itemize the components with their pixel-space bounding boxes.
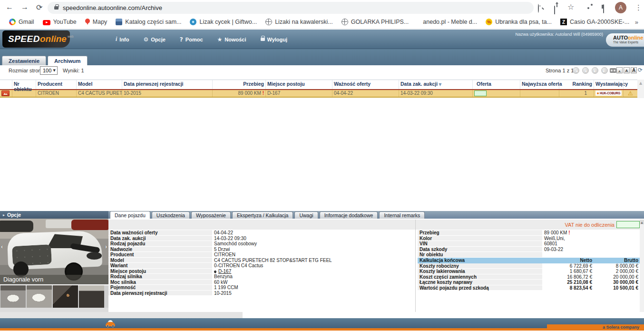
page-size-select[interactable]: 100 ▼	[40, 66, 58, 75]
column-miejsce-postoju[interactable]: Miejsce postoju	[265, 80, 332, 89]
photo-prev-icon[interactable]: ‹	[1, 243, 3, 250]
column-model[interactable]: Model	[76, 80, 122, 89]
bookmark-ubranka[interactable]: % Ubranka dla psa, ta...	[481, 19, 556, 25]
font-large-button[interactable]: A	[631, 67, 637, 73]
column-ranking[interactable]: Ranking	[559, 80, 594, 89]
export-icon[interactable]	[610, 68, 616, 73]
tab-internal-remarks[interactable]: Internal remarks	[379, 211, 425, 219]
column-icon	[0, 80, 12, 89]
bookmark-lizak[interactable]: Lizak cycek | Giftwo...	[185, 19, 261, 25]
results-grid: Nr obiektu Producent Model Data pierwsze…	[0, 80, 637, 98]
field-value: 04-04-22	[212, 230, 415, 236]
chevron-right-icon: ▸	[3, 213, 5, 217]
page-size-label: Rozmiar strony	[9, 68, 44, 73]
zoom-icon[interactable]	[538, 4, 539, 13]
tab-ekspertyza[interactable]: Ekspertyza / Kalkulacja	[232, 211, 293, 219]
bookmark-katalog[interactable]: Katalog części sam...	[111, 19, 185, 25]
font-medium-button[interactable]: A	[624, 67, 630, 73]
thumbnail-3[interactable]	[53, 285, 78, 308]
bookmark-youtube[interactable]: YouTube	[39, 19, 81, 25]
url-bar[interactable]: speedonline.autoonline.com/Archive	[48, 2, 534, 14]
bottom-scroll-area	[0, 312, 243, 318]
bookmark-anedo[interactable]: anedo.pl - Meble d...	[413, 19, 481, 25]
calc-row-value: Wartość pojazdu przed szkodą8 823,54 €10…	[418, 285, 640, 291]
maps-pin-icon	[85, 19, 90, 25]
opcje-bar[interactable]: ▸ Opcje	[0, 211, 108, 219]
detail-scrollbar[interactable]: ▲	[640, 220, 644, 312]
nav-pomoc[interactable]: ? Pomoc	[180, 36, 203, 43]
profile-avatar[interactable]: A	[615, 2, 626, 13]
field-value: 09-03-22	[542, 247, 640, 252]
back-icon[interactable]: ←	[6, 3, 13, 11]
nav-nowosci[interactable]: ★ Nowości	[217, 36, 246, 43]
font-small-button[interactable]: A	[616, 67, 623, 73]
offer-input[interactable]	[474, 91, 487, 96]
next-page-button[interactable]: ▶	[592, 67, 598, 74]
forward-icon[interactable]: →	[21, 3, 29, 11]
bookmark-mapy[interactable]: Mapy	[81, 19, 112, 25]
share-icon[interactable]	[554, 6, 555, 14]
table-row[interactable]: CITROEN C4 CACTUS PURETE... 10-2015 89 0…	[0, 90, 637, 98]
column-data-zak-aukcji[interactable]: Data zak. aukcji▼	[399, 80, 472, 89]
photo-thumbnails	[0, 285, 108, 308]
warning-icon[interactable]: ⚠	[628, 90, 633, 97]
vehicle-photo[interactable]: ‹ › Diagonale vorn	[0, 219, 108, 284]
cell-producent: CITROEN	[36, 90, 76, 97]
column-producent[interactable]: Producent	[36, 80, 76, 89]
reload-icon[interactable]: ⟳	[36, 3, 42, 12]
tab-uwagi[interactable]: Uwagi	[294, 211, 318, 219]
tab-zestawienie[interactable]: Zestawienie	[2, 56, 46, 65]
tab-informacje-dodatkowe[interactable]: Informacje dodatkowe	[320, 211, 378, 219]
field-value: 10-2015	[212, 291, 415, 296]
cell-przebieg: 89 000 KM !	[212, 90, 265, 97]
column-data-rejestracji[interactable]: Data pierwszej rejestracji	[122, 80, 212, 89]
question-icon: ?	[180, 36, 183, 43]
grid-scroll-up[interactable]: ▲	[637, 80, 644, 98]
tab-archiwum[interactable]: Archiwum	[48, 56, 88, 65]
background-car-red	[71, 220, 108, 230]
column-waznosc-oferty[interactable]: Ważność oferty	[332, 80, 399, 89]
background-car	[0, 221, 33, 232]
side-panel-icon[interactable]	[603, 4, 604, 13]
field-value: 14-03-22 09:30	[212, 236, 415, 241]
prev-page-button[interactable]: ◀	[582, 67, 589, 74]
thumbnail-2[interactable]	[27, 285, 52, 308]
browser-menu-icon[interactable]: ⋮	[635, 3, 642, 12]
bookmarks-overflow-icon[interactable]: »	[635, 19, 644, 26]
globe-icon	[265, 19, 272, 25]
nav-wyloguj[interactable]: Wyloguj	[261, 37, 288, 42]
scroll-up-icon[interactable]: ▲	[640, 220, 644, 224]
bookmark-lizaki[interactable]: Lizaki na kawalerski...	[261, 19, 337, 25]
vat-amount-input[interactable]	[616, 221, 640, 228]
column-wystawiajacy[interactable]: Wystawiający	[594, 80, 623, 89]
thumbnail-4[interactable]	[79, 285, 104, 308]
bookmark-casio[interactable]: Z Casio GA-2000SKE-...	[556, 19, 634, 25]
bookmark-star-icon[interactable]: ☆	[567, 3, 574, 11]
column-divider	[415, 220, 416, 312]
location-link[interactable]: D-167	[218, 269, 231, 274]
bookmark-golarka[interactable]: GOLARKA PHILIPS...	[337, 19, 413, 25]
column-oferta[interactable]: Oferta	[472, 80, 520, 89]
last-page-button[interactable]: ▶|	[601, 67, 608, 74]
logo-dot-icon	[597, 92, 599, 94]
cell-data-zak: 14-03-22 09:30	[399, 90, 472, 97]
tab-dane-pojazdu[interactable]: Dane pojazdu	[110, 211, 150, 219]
chevron-down-icon: ▼	[53, 69, 56, 72]
column-nr-obiektu[interactable]: Nr obiektu	[12, 80, 36, 89]
main-nav: i Info ⚙ Opcje ? Pomoc ★ Nowości Wyloguj	[116, 36, 287, 43]
nav-opcje[interactable]: ⚙ Opcje	[144, 36, 166, 43]
tab-wyposazenie[interactable]: Wyposażenie	[191, 211, 231, 219]
nav-info[interactable]: i Info	[116, 36, 129, 43]
cell-waznosc: 04-04-22	[332, 90, 399, 97]
tab-uszkodzenia[interactable]: Uszkodzenia	[152, 211, 190, 219]
column-przebieg[interactable]: Przebieg	[212, 80, 265, 89]
star-icon: ★	[217, 36, 223, 43]
thumbnail-1[interactable]	[0, 285, 26, 308]
photo-next-icon[interactable]: ›	[105, 243, 107, 250]
refresh-icon[interactable]: ⟳	[638, 67, 643, 73]
column-najwyzsza-oferta[interactable]: Najwyższa oferta	[520, 80, 559, 89]
first-page-button[interactable]: |◀	[573, 67, 579, 74]
sort-desc-icon: ▼	[439, 82, 441, 87]
browser-toolbar: ← → ⟳ speedonline.autoonline.com/Archive…	[0, 0, 644, 15]
bookmark-gmail[interactable]: Gmail	[5, 19, 39, 25]
